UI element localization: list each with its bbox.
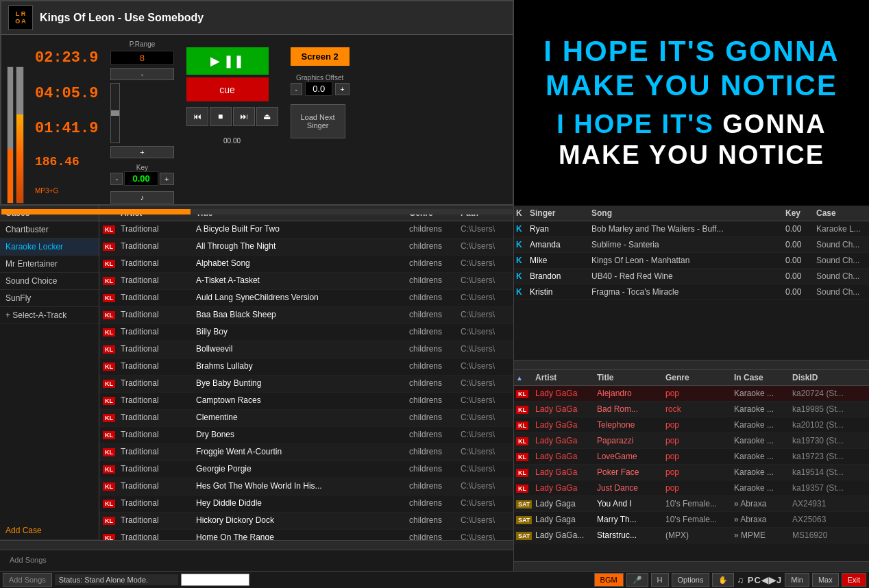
song-row[interactable]: KL Traditional Georgie Porgie childrens … <box>99 461 513 478</box>
song-row[interactable]: KL Traditional Baa Baa Black Sheep child… <box>99 307 513 324</box>
pcdj-logo: ♫ PC◀▶J <box>737 575 782 585</box>
screen-btn[interactable]: Screen 2 <box>291 47 350 66</box>
pitch-plus-btn[interactable]: + <box>110 146 173 158</box>
add-songs-btn[interactable]: Add Songs <box>4 553 52 567</box>
case-item-sound-choice[interactable]: Sound Choice <box>0 273 99 290</box>
song-row[interactable]: KL Traditional Hey Diddle Diddle childre… <box>99 495 513 513</box>
singer-col-singer: Singer <box>528 206 589 221</box>
song-artist: Traditional <box>119 341 194 358</box>
search-title: Poker Face <box>595 465 663 480</box>
singer-k: K <box>514 269 528 284</box>
graphics-minus-btn[interactable]: - <box>291 83 303 95</box>
search-row[interactable]: KL Lady GaGa Paparazzi pop Karaoke ... k… <box>514 433 869 449</box>
song-title: A Bicycle Built For Two <box>194 221 407 238</box>
search-incase: » Abraxa <box>732 496 790 511</box>
fastforward-btn[interactable]: ⏭ <box>233 107 255 126</box>
rewind-btn[interactable]: ⏮ <box>186 107 208 126</box>
stop-btn[interactable]: ■ <box>210 107 232 126</box>
search-row[interactable]: KL Lady GaGa LoveGame pop Karaoke ... ka… <box>514 449 869 465</box>
pitch-slider-thumb <box>111 110 119 116</box>
search-artist: Lady GaGa <box>533 386 595 401</box>
graphics-plus-btn[interactable]: + <box>335 83 349 95</box>
mic-icon-btn[interactable]: 🎤 <box>626 573 648 587</box>
song-title: Georgie Porgie <box>194 461 407 478</box>
cue-btn[interactable]: cue <box>186 77 269 101</box>
key-plus-btn[interactable]: + <box>160 173 173 185</box>
song-artist: Traditional <box>119 393 194 409</box>
song-row[interactable]: KL Traditional Bollweevil childrens C:\U… <box>99 341 513 358</box>
song-row[interactable]: KL Traditional Alphabet Song childrens C… <box>99 256 513 273</box>
song-row[interactable]: KL Traditional Home On The Range childre… <box>99 530 513 540</box>
song-kl: KL <box>99 478 119 495</box>
music-note-btn[interactable]: ♪ <box>110 191 173 204</box>
song-row[interactable]: KL Traditional Bye Baby Bunting children… <box>99 376 513 393</box>
h-btn[interactable]: H <box>651 573 669 587</box>
song-row[interactable]: KL Traditional Froggie Went A-Courtin ch… <box>99 444 513 461</box>
singer-row[interactable]: K Amanda Sublime - Santeria 0.00 Sound C… <box>514 237 869 253</box>
kl-badge: KL <box>103 431 115 439</box>
song-row[interactable]: KL Traditional Hes Got The Whole World I… <box>99 478 513 495</box>
play-pause-btn[interactable]: ▶ ❚❚ <box>186 47 269 75</box>
load-next-singer-btn[interactable]: Load NextSinger <box>291 104 345 138</box>
right-controls: Screen 2 Graphics Offset - 0.0 + Load Ne… <box>291 47 350 204</box>
search-col-artist: Artist <box>533 370 595 385</box>
search-row[interactable]: KL Lady GaGa Bad Rom... rock Karaoke ...… <box>514 402 869 417</box>
song-row[interactable]: KL Traditional Brahms Lullaby childrens … <box>99 358 513 376</box>
add-songs-status-btn[interactable]: Add Songs <box>3 573 52 587</box>
search-scrollbar-h[interactable] <box>514 561 869 571</box>
song-row[interactable]: KL Traditional All Through The Night chi… <box>99 238 513 256</box>
song-row[interactable]: KL Traditional Auld Lang SyneChildrens V… <box>99 290 513 307</box>
song-title: Billy Boy <box>194 324 407 341</box>
hand-icon-btn[interactable]: ✋ <box>712 573 734 587</box>
search-row[interactable]: KL Lady GaGa Alejandro pop Karaoke ... k… <box>514 386 869 402</box>
search-row[interactable]: KL Lady GaGa Telephone pop Karaoke ... k… <box>514 417 869 433</box>
eject-btn[interactable]: ⏏ <box>256 107 278 126</box>
singer-row[interactable]: K Brandon UB40 - Red Red Wine 0.00 Sound… <box>514 269 869 284</box>
search-diskid: MS16920 <box>790 528 869 543</box>
song-genre: childrens <box>407 273 458 289</box>
singer-row[interactable]: K Mike Kings Of Leon - Manhattan 0.00 So… <box>514 253 869 269</box>
search-title: Starstruc... <box>595 528 663 543</box>
song-path: C:\Users\ <box>458 530 513 540</box>
singer-scrollbar-h[interactable] <box>514 360 869 369</box>
key-minus-btn[interactable]: - <box>110 173 123 185</box>
library-scrollbar-h[interactable] <box>0 540 513 550</box>
search-row[interactable]: KL Lady GaGa Poker Face pop Karaoke ... … <box>514 465 869 480</box>
exit-btn[interactable]: Exit <box>842 573 866 587</box>
search-genre: 10's Female... <box>663 512 732 527</box>
singer-key: 0.00 <box>783 269 814 284</box>
bgm-btn[interactable]: BGM <box>594 573 624 587</box>
song-row[interactable]: KL Traditional Dry Bones childrens C:\Us… <box>99 427 513 444</box>
singer-row[interactable]: K Ryan Bob Marley and The Wailers - Buff… <box>514 221 869 237</box>
search-incase: Karaoke ... <box>732 465 790 480</box>
song-row[interactable]: KL Traditional Camptown Races childrens … <box>99 393 513 410</box>
pitch-slider-track[interactable] <box>110 83 120 143</box>
add-case-btn[interactable]: Add Case <box>0 522 99 540</box>
status-search-input[interactable] <box>181 574 249 586</box>
singer-row[interactable]: K Kristin Fragma - Toca's Miracle 0.00 S… <box>514 284 869 300</box>
search-row[interactable]: KL Lady GaGa Just Dance pop Karaoke ... … <box>514 480 869 496</box>
song-row[interactable]: KL Traditional Clementine childrens C:\U… <box>99 410 513 427</box>
max-btn[interactable]: Max <box>812 573 839 587</box>
song-row[interactable]: KL Traditional A-Tisket A-Tasket childre… <box>99 273 513 290</box>
case-item-karaoke-locker[interactable]: Karaoke Locker <box>0 238 99 256</box>
case-item-mr-entertainer[interactable]: Mr Entertainer <box>0 256 99 273</box>
song-row[interactable]: KL Traditional A Bicycle Built For Two c… <box>99 221 513 238</box>
pitch-minus-btn[interactable]: - <box>110 68 173 80</box>
search-incase: Karaoke ... <box>732 417 790 432</box>
search-row[interactable]: SAT Lady Gaga Marry Th... 10's Female...… <box>514 512 869 528</box>
song-artist: Traditional <box>119 324 194 341</box>
progress-bar-container[interactable] <box>1 209 513 215</box>
min-btn[interactable]: Min <box>785 573 809 587</box>
search-row[interactable]: SAT Lady Gaga You And I 10's Female... »… <box>514 496 869 512</box>
song-row[interactable]: KL Traditional Hickory Dickory Dock chil… <box>99 513 513 530</box>
singer-case: Sound Ch... <box>814 237 869 252</box>
song-title: Bollweevil <box>194 341 407 358</box>
case-item-select-a-track[interactable]: + Select-A-Track <box>0 307 99 324</box>
song-row[interactable]: KL Traditional Billy Boy childrens C:\Us… <box>99 324 513 341</box>
search-row[interactable]: SAT Lady GaGa... Starstruc... (MPX) » MP… <box>514 528 869 543</box>
case-item-chartbuster[interactable]: Chartbuster <box>0 221 99 238</box>
options-btn[interactable]: Options <box>672 573 710 587</box>
case-item-sunfly[interactable]: SunFly <box>0 290 99 307</box>
song-kl: KL <box>99 444 119 461</box>
